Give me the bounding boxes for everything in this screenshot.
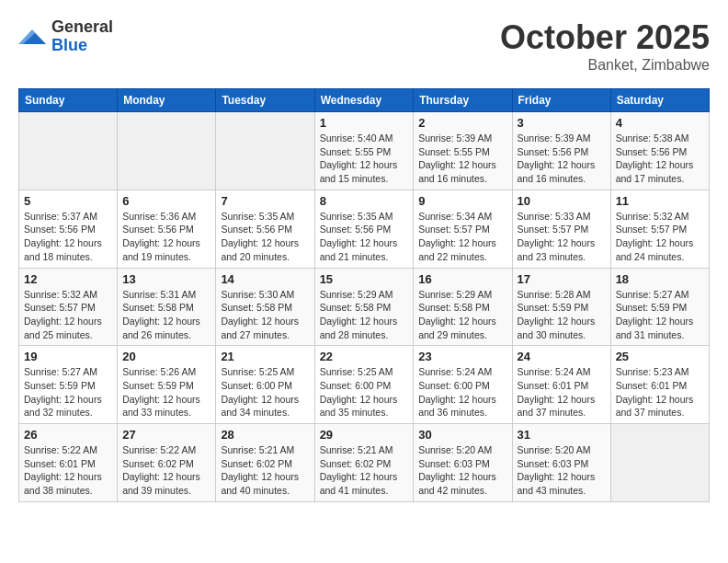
- day-number: 5: [24, 194, 112, 208]
- day-info: Sunrise: 5:35 AMSunset: 5:56 PMDaylight:…: [320, 210, 409, 264]
- day-number: 4: [616, 116, 704, 130]
- day-info: Sunrise: 5:38 AMSunset: 5:56 PMDaylight:…: [616, 132, 704, 186]
- day-info: Sunrise: 5:31 AMSunset: 5:58 PMDaylight:…: [122, 288, 210, 342]
- calendar-cell: 27Sunrise: 5:22 AMSunset: 6:02 PMDayligh…: [118, 424, 216, 502]
- day-number: 11: [616, 194, 704, 208]
- calendar-cell: 31Sunrise: 5:20 AMSunset: 6:03 PMDayligh…: [512, 424, 610, 502]
- day-number: 18: [616, 272, 704, 286]
- calendar-cell: 23Sunrise: 5:24 AMSunset: 6:00 PMDayligh…: [414, 346, 512, 424]
- calendar-cell: [118, 112, 216, 190]
- day-info: Sunrise: 5:21 AMSunset: 6:02 PMDaylight:…: [320, 443, 409, 498]
- title-block: October 2025 Banket, Zimbabwe: [500, 18, 710, 74]
- day-number: 8: [320, 194, 409, 208]
- weekday-header-monday: Monday: [118, 89, 216, 112]
- day-number: 28: [221, 428, 309, 442]
- day-number: 3: [518, 116, 606, 130]
- calendar-cell: 29Sunrise: 5:21 AMSunset: 6:02 PMDayligh…: [314, 424, 414, 502]
- week-row-4: 19Sunrise: 5:27 AMSunset: 5:59 PMDayligh…: [19, 346, 710, 424]
- calendar-cell: 18Sunrise: 5:27 AMSunset: 5:59 PMDayligh…: [610, 268, 709, 346]
- day-number: 1: [320, 116, 409, 130]
- calendar-cell: 13Sunrise: 5:31 AMSunset: 5:58 PMDayligh…: [118, 268, 216, 346]
- month-title: October 2025: [500, 18, 710, 57]
- day-number: 20: [122, 350, 210, 363]
- day-number: 12: [24, 272, 112, 286]
- day-info: Sunrise: 5:29 AMSunset: 5:58 PMDaylight:…: [418, 288, 506, 342]
- day-info: Sunrise: 5:27 AMSunset: 5:59 PMDaylight:…: [24, 365, 112, 419]
- calendar-cell: 21Sunrise: 5:25 AMSunset: 6:00 PMDayligh…: [216, 346, 314, 424]
- logo: General Blue: [18, 18, 113, 55]
- calendar-cell: 28Sunrise: 5:21 AMSunset: 6:02 PMDayligh…: [216, 424, 314, 502]
- day-number: 13: [122, 272, 210, 286]
- day-number: 6: [122, 194, 210, 208]
- calendar-cell: 16Sunrise: 5:29 AMSunset: 5:58 PMDayligh…: [414, 268, 512, 346]
- week-row-2: 5Sunrise: 5:37 AMSunset: 5:56 PMDaylight…: [19, 190, 710, 268]
- day-number: 23: [418, 350, 506, 363]
- day-info: Sunrise: 5:24 AMSunset: 6:00 PMDaylight:…: [418, 365, 506, 419]
- calendar-cell: 15Sunrise: 5:29 AMSunset: 5:58 PMDayligh…: [314, 268, 414, 346]
- day-info: Sunrise: 5:37 AMSunset: 5:56 PMDaylight:…: [24, 210, 112, 264]
- calendar-cell: 12Sunrise: 5:32 AMSunset: 5:57 PMDayligh…: [19, 268, 118, 346]
- day-number: 2: [418, 116, 506, 130]
- day-info: Sunrise: 5:36 AMSunset: 5:56 PMDaylight:…: [122, 210, 210, 264]
- day-number: 24: [518, 350, 606, 363]
- day-info: Sunrise: 5:29 AMSunset: 5:58 PMDaylight:…: [320, 288, 409, 342]
- day-info: Sunrise: 5:20 AMSunset: 6:03 PMDaylight:…: [518, 443, 606, 498]
- calendar-cell: 17Sunrise: 5:28 AMSunset: 5:59 PMDayligh…: [512, 268, 610, 346]
- day-info: Sunrise: 5:26 AMSunset: 5:59 PMDaylight:…: [122, 365, 210, 419]
- calendar-cell: 20Sunrise: 5:26 AMSunset: 5:59 PMDayligh…: [118, 346, 216, 424]
- day-info: Sunrise: 5:35 AMSunset: 5:56 PMDaylight:…: [221, 210, 309, 264]
- day-info: Sunrise: 5:39 AMSunset: 5:56 PMDaylight:…: [518, 132, 606, 186]
- day-number: 17: [518, 272, 606, 286]
- weekday-header-saturday: Saturday: [610, 89, 709, 112]
- logo-blue: Blue: [51, 37, 113, 55]
- calendar-cell: 10Sunrise: 5:33 AMSunset: 5:57 PMDayligh…: [512, 190, 610, 268]
- week-row-1: 1Sunrise: 5:40 AMSunset: 5:55 PMDaylight…: [19, 112, 710, 190]
- weekday-header-row: SundayMondayTuesdayWednesdayThursdayFrid…: [19, 89, 710, 112]
- logo-general: General: [51, 18, 113, 37]
- day-info: Sunrise: 5:24 AMSunset: 6:01 PMDaylight:…: [518, 365, 606, 419]
- day-number: 27: [122, 428, 210, 442]
- day-number: 26: [24, 428, 112, 442]
- day-number: 10: [518, 194, 606, 208]
- calendar-cell: 6Sunrise: 5:36 AMSunset: 5:56 PMDaylight…: [118, 190, 216, 268]
- day-number: 25: [616, 350, 704, 363]
- calendar-cell: 3Sunrise: 5:39 AMSunset: 5:56 PMDaylight…: [512, 112, 610, 190]
- day-info: Sunrise: 5:22 AMSunset: 6:01 PMDaylight:…: [24, 443, 112, 498]
- calendar-cell: 7Sunrise: 5:35 AMSunset: 5:56 PMDaylight…: [216, 190, 314, 268]
- day-info: Sunrise: 5:30 AMSunset: 5:58 PMDaylight:…: [221, 288, 309, 342]
- logo-text: General Blue: [51, 18, 113, 55]
- weekday-header-wednesday: Wednesday: [314, 89, 414, 112]
- page-header: General Blue October 2025 Banket, Zimbab…: [18, 18, 710, 74]
- day-info: Sunrise: 5:22 AMSunset: 6:02 PMDaylight:…: [122, 443, 210, 498]
- day-number: 14: [221, 272, 309, 286]
- calendar-cell: 24Sunrise: 5:24 AMSunset: 6:01 PMDayligh…: [512, 346, 610, 424]
- day-number: 19: [24, 350, 112, 363]
- day-info: Sunrise: 5:25 AMSunset: 6:00 PMDaylight:…: [221, 365, 309, 419]
- calendar-cell: 25Sunrise: 5:23 AMSunset: 6:01 PMDayligh…: [610, 346, 709, 424]
- location: Banket, Zimbabwe: [500, 57, 710, 74]
- calendar-cell: 11Sunrise: 5:32 AMSunset: 5:57 PMDayligh…: [610, 190, 709, 268]
- day-info: Sunrise: 5:32 AMSunset: 5:57 PMDaylight:…: [24, 288, 112, 342]
- day-number: 15: [320, 272, 409, 286]
- calendar-cell: 26Sunrise: 5:22 AMSunset: 6:01 PMDayligh…: [19, 424, 118, 502]
- calendar-cell: 5Sunrise: 5:37 AMSunset: 5:56 PMDaylight…: [19, 190, 118, 268]
- day-info: Sunrise: 5:39 AMSunset: 5:55 PMDaylight:…: [418, 132, 506, 186]
- day-info: Sunrise: 5:21 AMSunset: 6:02 PMDaylight:…: [221, 443, 309, 498]
- day-number: 29: [320, 428, 409, 442]
- calendar-cell: 2Sunrise: 5:39 AMSunset: 5:55 PMDaylight…: [414, 112, 512, 190]
- day-info: Sunrise: 5:33 AMSunset: 5:57 PMDaylight:…: [518, 210, 606, 264]
- week-row-3: 12Sunrise: 5:32 AMSunset: 5:57 PMDayligh…: [19, 268, 710, 346]
- calendar-cell: [216, 112, 314, 190]
- day-number: 31: [518, 428, 606, 442]
- calendar: SundayMondayTuesdayWednesdayThursdayFrid…: [18, 88, 710, 502]
- day-info: Sunrise: 5:34 AMSunset: 5:57 PMDaylight:…: [418, 210, 506, 264]
- day-info: Sunrise: 5:40 AMSunset: 5:55 PMDaylight:…: [320, 132, 409, 186]
- day-info: Sunrise: 5:28 AMSunset: 5:59 PMDaylight:…: [518, 288, 606, 342]
- logo-icon: [18, 26, 46, 48]
- day-number: 30: [418, 428, 506, 442]
- calendar-cell: 22Sunrise: 5:25 AMSunset: 6:00 PMDayligh…: [314, 346, 414, 424]
- day-info: Sunrise: 5:25 AMSunset: 6:00 PMDaylight:…: [320, 365, 409, 419]
- calendar-cell: 30Sunrise: 5:20 AMSunset: 6:03 PMDayligh…: [414, 424, 512, 502]
- weekday-header-friday: Friday: [512, 89, 610, 112]
- weekday-header-tuesday: Tuesday: [216, 89, 314, 112]
